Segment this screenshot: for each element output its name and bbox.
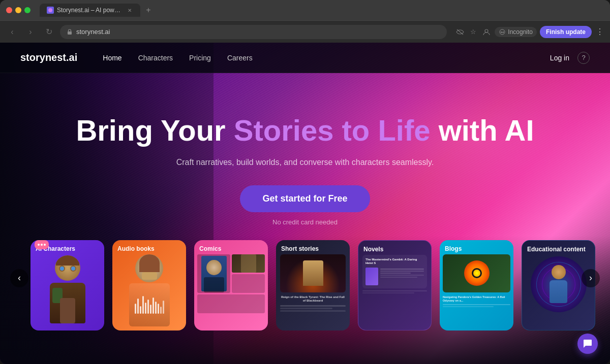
hero-title-highlight: Stories to Life [234, 114, 431, 147]
site-logo[interactable]: storynest.ai [20, 52, 77, 63]
close-button[interactable] [6, 7, 12, 13]
lock-icon [66, 28, 73, 36]
incognito-badge: Incognito [495, 27, 537, 37]
short-story-title: Reign of the Black Tyrant: The Rise and … [280, 295, 346, 304]
nav-links: Home Characters Pricing Careers [103, 54, 550, 62]
more-options-icon[interactable]: ⋮ [595, 27, 605, 37]
url-bar[interactable]: storynest.ai [60, 25, 447, 39]
browser-frame: Storynest.ai – AI powered Int... ✕ + ‹ ›… [0, 0, 610, 364]
card-blogs[interactable]: Blogs Navigating Pandora's Golden Treasu… [440, 240, 513, 330]
card-blogs-label: Blogs [440, 240, 513, 252]
hero-title-part1: Bring Your [76, 114, 233, 147]
card-comics[interactable]: Comics [194, 240, 268, 330]
card-audio-books-label: Audio books [112, 240, 186, 252]
address-icons: ☆ Incognito Finish update ⋮ [455, 26, 605, 38]
hero-title: Bring Your Stories to Life with AI [0, 114, 610, 148]
card-comics-label: Comics [194, 240, 268, 252]
title-bar: Storynest.ai – AI powered Int... ✕ + [0, 0, 610, 20]
help-icon[interactable]: ? [577, 52, 590, 64]
nav-link-characters[interactable]: Characters [138, 54, 173, 62]
new-tab-button[interactable]: + [142, 4, 155, 16]
bookmark-icon[interactable]: ☆ [468, 27, 478, 37]
tab-title: Storynest.ai – AI powered Int... [57, 7, 123, 14]
card-educational[interactable]: Educational content [522, 240, 595, 330]
tab-close-icon[interactable]: ✕ [126, 7, 133, 14]
svg-point-6 [503, 31, 504, 32]
website-content: storynest.ai Home Characters Pricing Car… [0, 43, 610, 364]
svg-point-5 [501, 31, 502, 32]
site-nav: storynest.ai Home Characters Pricing Car… [0, 43, 610, 73]
no-credit-card-label: No credit card needed [0, 218, 610, 226]
nav-right: Log in ? [550, 52, 590, 64]
chat-bubble-button[interactable] [577, 334, 598, 354]
profile-icon[interactable] [481, 27, 492, 37]
nav-link-pricing[interactable]: Pricing [189, 54, 211, 62]
address-bar: ‹ › ↻ storynest.ai ☆ Incognito Finish up… [0, 20, 610, 43]
hero-subtitle: Craft narratives, build worlds, and conv… [0, 158, 610, 167]
eye-off-icon[interactable] [455, 27, 465, 37]
tab-favicon [47, 7, 54, 14]
url-text: storynest.ai [76, 28, 110, 36]
incognito-label: Incognito [508, 28, 533, 36]
refresh-button[interactable]: ↻ [42, 25, 56, 39]
carousel-prev-button[interactable]: ‹ [10, 269, 28, 287]
traffic-lights [6, 7, 30, 13]
blog-title: Navigating Pandora's Golden Treasures: A… [443, 295, 510, 303]
speech-bubbles [35, 240, 49, 249]
login-button[interactable]: Log in [550, 54, 569, 62]
cta-button[interactable]: Get started for Free [240, 185, 370, 212]
svg-point-0 [48, 8, 52, 12]
minimize-button[interactable] [15, 7, 21, 13]
card-short-stories[interactable]: Short stories Reign of the Black Tyrant:… [276, 240, 350, 330]
forward-button[interactable]: › [23, 25, 38, 39]
card-novels-label: Novels [358, 241, 431, 253]
nav-link-home[interactable]: Home [103, 54, 121, 62]
finish-update-button[interactable]: Finish update [540, 26, 592, 38]
card-novels[interactable]: Novels The Mastermind's Gambit: A Daring… [358, 240, 432, 330]
svg-rect-1 [68, 31, 72, 35]
card-ai-characters[interactable]: AI Characters [30, 240, 104, 330]
hero-title-part2: with AI [431, 114, 534, 147]
svg-point-3 [485, 29, 488, 32]
card-educational-label: Educational content [522, 241, 595, 253]
hero-content: Bring Your Stories to Life with AI Craft… [0, 73, 610, 226]
active-tab[interactable]: Storynest.ai – AI powered Int... ✕ [40, 4, 140, 17]
novel-title: The Mastermind's Gambit: A Daring Heist … [365, 258, 424, 266]
maximize-button[interactable] [24, 7, 30, 13]
nav-link-careers[interactable]: Careers [227, 54, 253, 62]
card-short-stories-label: Short stories [276, 240, 350, 252]
cards-row: AI Characters [0, 226, 610, 330]
carousel-next-button[interactable]: › [582, 269, 600, 287]
speech-bubble [35, 240, 49, 249]
back-button[interactable]: ‹ [5, 25, 19, 39]
tab-bar: Storynest.ai – AI powered Int... ✕ + [40, 4, 585, 17]
svg-point-4 [500, 29, 505, 35]
card-audio-books[interactable]: Audio books [112, 240, 186, 330]
